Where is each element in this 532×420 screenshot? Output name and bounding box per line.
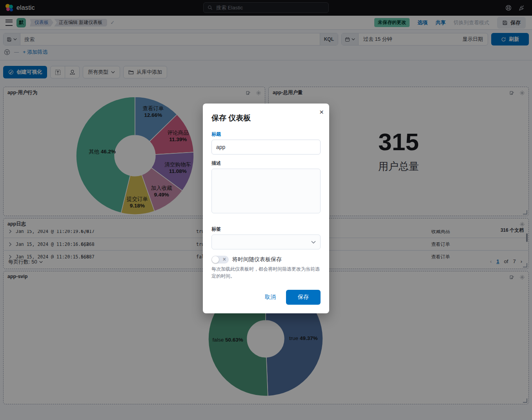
- close-icon[interactable]: ×: [318, 107, 325, 117]
- modal-save-button[interactable]: 保存: [286, 290, 321, 305]
- dashboard-description-textarea[interactable]: [211, 169, 321, 213]
- store-time-label: 将时间随仪表板保存: [232, 256, 282, 263]
- store-time-help-text: 每次加载此仪表板时，都会将时间筛选更改为当前选定的时间。: [211, 265, 321, 280]
- cancel-button[interactable]: 取消: [265, 294, 276, 301]
- description-field-label: 描述: [211, 160, 321, 167]
- toggle-off-x-icon: ×: [223, 256, 226, 262]
- store-time-toggle[interactable]: ×: [211, 256, 229, 264]
- chevron-down-icon: [311, 241, 316, 244]
- modal-title: 保存 仪表板: [211, 113, 321, 123]
- tags-field-label: 标签: [211, 226, 321, 233]
- tags-combobox[interactable]: [211, 235, 321, 249]
- save-dashboard-modal: × 保存 仪表板 标题 描述 标签 × 将时间随仪表板保存 每次加载此仪表板时，…: [203, 104, 329, 313]
- toggle-knob: [212, 256, 219, 263]
- dashboard-title-input[interactable]: [211, 140, 321, 155]
- title-field-label: 标题: [211, 131, 321, 138]
